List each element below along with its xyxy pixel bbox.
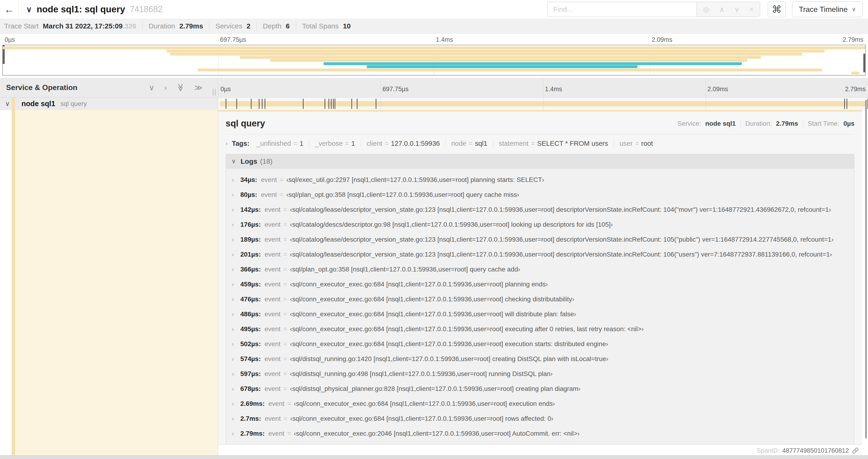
summary-item: Trace Start March 31 2022, 17:25:09.326 — [4, 22, 136, 30]
trace-view-selector[interactable]: Trace Timeline ∨ — [792, 1, 863, 17]
log-field-key: event — [265, 296, 281, 303]
minimap-span — [3, 46, 865, 49]
next-match-icon[interactable]: ∨ — [734, 5, 740, 14]
log-entry[interactable]: › 2.7ms: event = ‹sql/conn_executor_exec… — [226, 411, 854, 426]
log-marker — [251, 99, 251, 109]
log-entry[interactable]: › 80µs: event = ‹sql/plan_opt.go:358 [ns… — [226, 187, 854, 202]
log-field-value: ‹sql/distsql_physical_planner.go:828 [ns… — [290, 385, 581, 393]
log-timestamp: 597µs: — [240, 370, 261, 378]
log-timestamp: 201µs: — [240, 251, 261, 258]
chevron-right-icon: › — [232, 236, 240, 243]
log-field-value: ‹sql/conn_executor_exec.go:684 [nsql1,cl… — [290, 281, 548, 288]
log-entry[interactable]: › 476µs: event = ‹sql/conn_executor_exec… — [226, 292, 854, 307]
span-timeline-cell[interactable] — [218, 97, 868, 110]
equals-sign: = — [283, 370, 287, 378]
gridline — [706, 97, 706, 110]
gridline — [380, 97, 381, 110]
equals-sign: = — [283, 340, 287, 348]
chevron-right-icon: › — [232, 221, 240, 228]
trace-summary-bar: Trace Start March 31 2022, 17:25:09.326D… — [0, 19, 868, 34]
log-entry[interactable]: › 176µs: event = ‹sql/catalog/descs/desc… — [226, 217, 854, 232]
gridline — [706, 78, 706, 97]
log-entry[interactable]: › 459µs: event = ‹sql/conn_executor_exec… — [226, 277, 854, 292]
gridline — [380, 78, 381, 97]
log-entry[interactable]: › 201µs: event = ‹sql/catalog/lease/desc… — [226, 247, 854, 262]
expand-all-icon[interactable]: ≫ — [194, 83, 203, 92]
log-entry[interactable]: › 486µs: event = ‹sql/conn_executor_exec… — [226, 307, 854, 322]
minimap-right-scrub-handle[interactable] — [863, 54, 865, 72]
gridline — [543, 78, 544, 97]
log-entry[interactable]: › 495µs: event = ‹sql/conn_executor_exec… — [226, 322, 854, 336]
chevron-right-icon: › — [232, 266, 240, 273]
log-marker — [265, 99, 265, 109]
span-subtree-highlight — [15, 110, 218, 459]
logs-accordion-header[interactable]: ∨ Logs (18) — [226, 154, 854, 169]
gridline — [543, 97, 544, 110]
horizontal-scrollbar-track[interactable] — [0, 455, 868, 459]
tick-label: 2.09ms — [652, 36, 673, 43]
summary-value: 2.79ms — [180, 22, 203, 30]
log-marker — [329, 99, 329, 109]
log-entry[interactable]: › 2.79ms: event = ‹sql/conn_executor_exe… — [226, 426, 854, 441]
span-service-name: node sql1 — [22, 100, 55, 108]
overview-value: node sql1 — [705, 120, 736, 127]
log-field-value: ‹sql/conn_executor_exec.go:684 [nsql1,cl… — [290, 310, 576, 318]
log-entry[interactable]: › 34µs: event = ‹sql/exec_util.go:2297 [… — [226, 172, 854, 187]
chevron-right-icon: › — [232, 206, 240, 213]
keyboard-shortcuts-button[interactable]: ⌘ — [768, 1, 786, 17]
log-field-value: ‹sql/catalog/descs/descriptor.go:98 [nsq… — [290, 221, 613, 228]
equals-sign: = — [283, 325, 287, 333]
minimap-canvas[interactable] — [2, 45, 866, 75]
back-button[interactable]: ← — [0, 0, 19, 19]
prev-match-icon[interactable]: ∧ — [719, 5, 724, 14]
tag-value: root — [641, 140, 653, 147]
log-field-key: event — [261, 191, 277, 198]
log-entry[interactable]: › 142µs: event = ‹sql/catalog/lease/desc… — [226, 202, 854, 217]
locate-icon[interactable]: ◎ — [703, 5, 709, 14]
trace-title-group[interactable]: ∨ node sql1: sql query 7418682 — [26, 4, 162, 14]
timeline-scrollbar-thumb[interactable] — [865, 100, 867, 438]
chevron-down-icon[interactable]: ∨ — [26, 5, 32, 14]
log-marker — [351, 99, 352, 109]
summary-item: Duration 2.79ms — [149, 22, 203, 30]
log-entry[interactable]: › 597µs: event = ‹sql/distsql_running.go… — [226, 366, 854, 381]
log-timestamp: 2.7ms: — [240, 415, 261, 422]
minimap-span — [367, 65, 638, 68]
log-entry[interactable]: › 189µs: event = ‹sql/catalog/lease/desc… — [226, 232, 854, 247]
tags-accordion[interactable]: › Tags: _unfinished=1_verbose=1client=12… — [218, 134, 862, 151]
find-input[interactable] — [547, 2, 696, 17]
span-name-cell[interactable]: ∨ node sql1 sql query — [0, 97, 218, 110]
log-entry[interactable]: › 2.69ms: event = ‹sql/conn_executor_exe… — [226, 396, 854, 411]
equals-sign: = — [283, 266, 287, 273]
collapse-children-icon[interactable]: ∨ — [5, 100, 10, 107]
span-id-row: SpanID: 4877749850101760812 — [218, 445, 862, 457]
collapse-one-icon[interactable]: ∨ — [149, 83, 154, 92]
log-field-value: ‹sql/conn_executor_exec.go:684 [nsql1,cl… — [290, 325, 644, 333]
equals-sign: = — [280, 176, 283, 184]
tags-label: Tags: — [232, 140, 249, 147]
log-entry[interactable]: › 502µs: event = ‹sql/conn_executor_exec… — [226, 336, 854, 352]
log-field-key: event — [265, 206, 281, 214]
clear-search-icon[interactable]: × — [749, 5, 754, 13]
log-entry[interactable]: › 574µs: event = ‹sql/distsql_running.go… — [226, 352, 854, 366]
log-field-key: event — [265, 355, 281, 363]
divider — [296, 22, 296, 30]
equals-sign: = — [283, 385, 287, 393]
divider — [309, 139, 309, 147]
log-timestamp: 2.79ms: — [240, 430, 265, 437]
log-marker — [335, 99, 335, 109]
tick-label: 0µs — [220, 86, 231, 93]
log-timestamp: 476µs: — [240, 296, 261, 303]
column-resize-handle[interactable] — [213, 89, 216, 95]
chevron-right-icon: › — [232, 326, 240, 333]
span-detail-title: sql query — [226, 119, 265, 129]
expand-one-icon[interactable]: › — [164, 83, 167, 92]
log-entry[interactable]: › 678µs: event = ‹sql/distsql_physical_p… — [226, 381, 854, 396]
view-selector-label: Trace Timeline — [799, 5, 848, 14]
log-marker — [324, 99, 325, 109]
collapse-all-icon[interactable]: ≫ — [176, 84, 185, 92]
chevron-right-icon: › — [232, 371, 240, 378]
chevron-right-icon: › — [232, 176, 240, 183]
copy-link-icon[interactable] — [852, 447, 859, 454]
log-entry[interactable]: › 366µs: event = ‹sql/plan_opt.go:358 [n… — [226, 262, 854, 277]
